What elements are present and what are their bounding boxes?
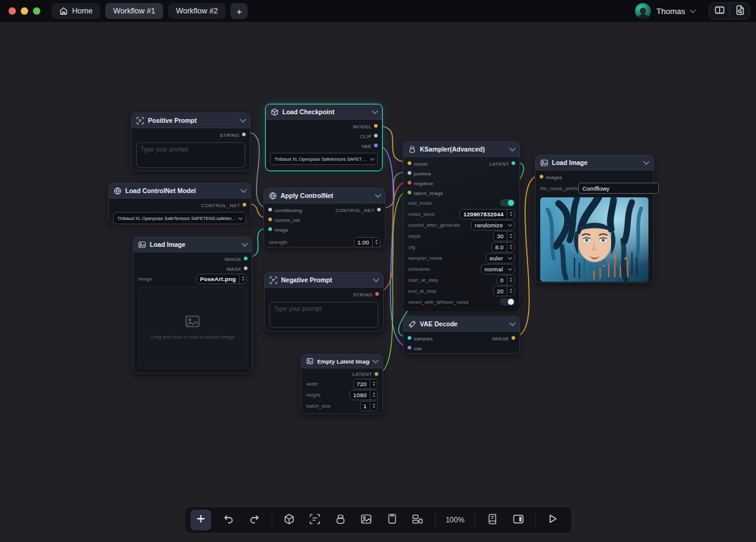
stepper[interactable] (370, 390, 377, 400)
node-header[interactable]: Load Checkpoint (266, 104, 382, 120)
chevron-down-icon[interactable] (510, 320, 516, 326)
chevron-down-icon[interactable] (690, 7, 696, 13)
chevron-down-icon[interactable] (372, 108, 378, 114)
checkpoint-select[interactable]: Thibaud XL Openpose Safetensors SAFETENS… (270, 153, 378, 165)
zoom-level[interactable]: 100% (439, 516, 471, 524)
node-header[interactable]: Apply ControlNet (264, 188, 385, 203)
new-tab-button[interactable]: + (230, 3, 248, 19)
cfg-input[interactable]: 8.0 (491, 242, 515, 252)
add-note-button[interactable] (379, 507, 405, 533)
group-nodes-button[interactable] (405, 507, 430, 533)
media-panel-button[interactable] (710, 3, 729, 19)
close-window-button[interactable] (9, 7, 16, 15)
chevron-down-icon[interactable] (241, 187, 247, 193)
chevron-down-icon[interactable] (240, 117, 246, 123)
input-port-conditioning[interactable] (268, 208, 272, 211)
output-port-image[interactable] (512, 336, 515, 340)
chevron-down-icon[interactable] (644, 159, 650, 165)
node-load-checkpoint[interactable]: Load Checkpoint MODEL CLIP VAE Thibaud X… (265, 104, 383, 171)
output-port-string[interactable] (375, 292, 379, 296)
file-name-prefix-input[interactable] (578, 183, 659, 194)
node-load-image[interactable]: Load Image IMAGE MASK image PoseArt.png … (133, 236, 252, 373)
node-save-image[interactable]: Load Image images file_name_prefix (535, 155, 654, 283)
node-header[interactable]: KSampler(Advanced) (403, 142, 519, 157)
input-port-vae[interactable] (408, 346, 411, 350)
node-header[interactable]: Positive Prompt (131, 113, 250, 128)
end-at-step-input[interactable]: 20 (493, 286, 515, 296)
scheduler-select[interactable]: normal (481, 264, 515, 274)
input-port-image[interactable] (268, 227, 272, 231)
input-port-images[interactable] (540, 175, 543, 178)
input-port-positive[interactable] (408, 171, 411, 175)
strength-input[interactable]: 1.00 (354, 237, 380, 247)
control-after-generate-select[interactable]: randomize (471, 220, 515, 230)
input-port-control-net[interactable] (268, 218, 272, 221)
add-noise-toggle[interactable] (500, 199, 515, 207)
minimize-window-button[interactable] (21, 7, 28, 15)
output-port-latent[interactable] (375, 372, 378, 376)
positive-prompt-input[interactable] (136, 142, 245, 168)
image-file-select[interactable]: PoseArt.png (196, 274, 247, 284)
node-vae-decode[interactable]: VAE Decode samples IMAGE vae (403, 316, 520, 354)
add-sampler-button[interactable] (328, 507, 353, 533)
generated-image-preview[interactable] (540, 197, 648, 282)
stepper[interactable] (507, 210, 514, 219)
stepper[interactable] (370, 401, 377, 411)
output-port-vae[interactable] (374, 144, 378, 147)
node-header[interactable]: Load Image (133, 237, 252, 252)
stepper[interactable] (507, 287, 514, 296)
steps-input[interactable]: 30 (493, 231, 515, 241)
output-port-control-net[interactable] (243, 203, 246, 207)
output-port-image[interactable] (244, 257, 248, 260)
output-port-model[interactable] (374, 124, 378, 128)
input-port-latent-image[interactable] (408, 191, 411, 194)
output-port-mask[interactable] (244, 266, 248, 270)
image-dropzone[interactable]: Drag and drop or click to upload image (138, 287, 247, 368)
node-positive-prompt[interactable]: Positive Prompt STRING (131, 112, 251, 171)
chevron-down-icon[interactable] (375, 192, 381, 198)
node-header[interactable]: Load Image (535, 155, 653, 170)
height-input[interactable]: 1080 (350, 390, 378, 400)
undo-button[interactable] (216, 507, 241, 533)
stepper[interactable] (507, 243, 514, 252)
node-negative-prompt[interactable]: Negative Prompt STRING (264, 272, 384, 332)
return-with-leftover-noise-toggle[interactable] (500, 298, 515, 306)
start-at-step-input[interactable]: 0 (497, 275, 515, 285)
controlnet-model-select[interactable]: Thibaud XL Openpose SafeTensors SAFETENS… (113, 212, 246, 224)
output-port-latent[interactable] (512, 161, 515, 165)
add-prompt-button[interactable] (302, 507, 328, 533)
input-port-samples[interactable] (408, 336, 411, 340)
node-header[interactable]: Negative Prompt (265, 273, 383, 288)
file-search-button[interactable] (729, 3, 749, 19)
negative-prompt-input[interactable] (270, 302, 378, 328)
tab-home[interactable]: Home (51, 3, 100, 19)
run-workflow-button[interactable] (540, 507, 566, 533)
batch-size-input[interactable]: 1 (360, 401, 378, 411)
node-load-controlnet-model[interactable]: Load ControlNet Model CONTROL_NET Thibau… (108, 183, 251, 223)
stepper[interactable] (372, 238, 380, 247)
add-image-button[interactable] (353, 507, 379, 533)
sampler-name-select[interactable]: euler (486, 253, 515, 263)
docs-button[interactable] (480, 507, 505, 533)
chevron-down-icon[interactable] (373, 276, 380, 282)
toggle-panel-button[interactable] (505, 507, 531, 533)
node-header[interactable]: Empty Latent Image (301, 354, 383, 368)
stepper[interactable] (507, 232, 514, 241)
stepper[interactable] (370, 379, 377, 389)
output-port-clip[interactable] (374, 134, 378, 137)
output-port-control-net[interactable] (377, 208, 381, 211)
input-port-negative[interactable] (408, 181, 411, 185)
zoom-window-button[interactable] (33, 7, 40, 15)
node-empty-latent-image[interactable]: Empty Latent Image LATENT width 720 heig… (301, 354, 383, 414)
add-model-button[interactable] (276, 507, 302, 533)
node-ksampler-advanced[interactable]: KSampler(Advanced) model LATENT positive… (403, 141, 520, 307)
input-port-model[interactable] (408, 161, 411, 165)
chevron-down-icon[interactable] (510, 145, 516, 152)
chevron-down-icon[interactable] (373, 357, 379, 364)
add-node-button[interactable] (190, 510, 211, 530)
chevron-down-icon[interactable] (242, 241, 248, 247)
node-apply-controlnet[interactable]: Apply ControlNet conditioning CONTROL_NE… (263, 188, 386, 247)
output-port-string[interactable] (242, 133, 246, 136)
width-input[interactable]: 720 (353, 379, 378, 389)
tab-workflow-1[interactable]: Workflow #1 (105, 3, 163, 19)
